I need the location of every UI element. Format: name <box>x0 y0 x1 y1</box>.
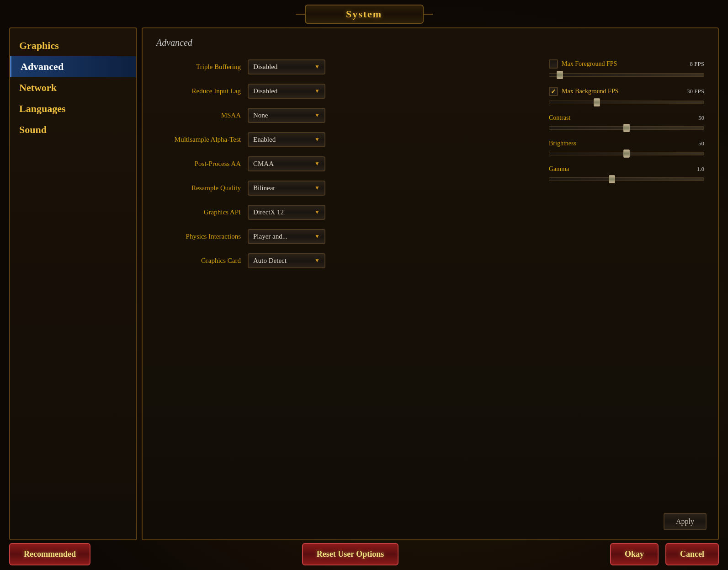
triple-buffering-row: Triple Buffering Disabled ▼ <box>156 59 531 75</box>
physics-interactions-arrow: ▼ <box>314 233 320 240</box>
multisample-alpha-test-label: Multisample Alpha-Test <box>156 136 241 144</box>
graphics-api-arrow: ▼ <box>314 209 320 216</box>
msaa-label: MSAA <box>156 112 241 119</box>
sidebar-item-sound[interactable]: Sound <box>10 119 136 140</box>
graphics-card-arrow: ▼ <box>314 257 320 264</box>
graphics-api-row: Graphics API DirectX 12 ▼ <box>156 205 531 220</box>
msaa-dropdown[interactable]: None ▼ <box>248 108 325 123</box>
brightness-slider[interactable] <box>549 152 704 155</box>
main-container: Graphics Advanced Network Languages Soun… <box>9 27 719 540</box>
reduce-input-lag-label: Reduce Input Lag <box>156 87 241 95</box>
sidebar-item-network[interactable]: Network <box>10 77 136 98</box>
sidebar-label-languages: Languages <box>19 103 65 114</box>
max-background-fps-checkbox[interactable]: ✓ <box>549 87 558 96</box>
sidebar-label-sound: Sound <box>19 124 47 135</box>
recommended-button[interactable]: Recommended <box>9 543 90 565</box>
window-title: System <box>346 8 382 20</box>
triple-buffering-dropdown[interactable]: Disabled ▼ <box>248 59 325 75</box>
max-foreground-fps-checkbox[interactable] <box>549 59 558 69</box>
graphics-api-dropdown[interactable]: DirectX 12 ▼ <box>248 205 325 220</box>
brightness-value: 50 <box>698 140 704 147</box>
gamma-header: Gamma 1.0 <box>549 165 704 173</box>
physics-interactions-value: Player and... <box>253 233 287 240</box>
max-background-fps-row: ✓ Max Background FPS 30 FPS <box>549 87 704 106</box>
brightness-row: Brightness 50 <box>549 140 704 157</box>
multisample-alpha-test-value: Enabled <box>253 136 276 144</box>
graphics-card-label: Graphics Card <box>156 257 241 265</box>
triple-buffering-arrow: ▼ <box>314 64 320 70</box>
sidebar: Graphics Advanced Network Languages Soun… <box>9 27 137 540</box>
max-background-fps-slider[interactable] <box>549 101 704 104</box>
triple-buffering-label: Triple Buffering <box>156 63 241 71</box>
content-panel: Advanced Triple Buffering Disabled ▼ Red… <box>142 27 719 540</box>
max-foreground-fps-value: 8 FPS <box>690 60 704 68</box>
gamma-value: 1.0 <box>697 165 704 173</box>
triple-buffering-value: Disabled <box>253 63 277 71</box>
resample-quality-value: Bilinear <box>253 184 275 192</box>
max-background-fps-label: Max Background FPS <box>562 88 618 95</box>
max-foreground-fps-header: Max Foreground FPS 8 FPS <box>549 59 704 69</box>
max-foreground-fps-row: Max Foreground FPS 8 FPS <box>549 59 704 79</box>
graphics-api-label: Graphics API <box>156 208 241 216</box>
post-process-aa-row: Post-Process AA CMAA ▼ <box>156 156 531 171</box>
max-background-fps-value: 30 FPS <box>687 88 704 95</box>
graphics-card-row: Graphics Card Auto Detect ▼ <box>156 253 531 268</box>
checkmark-icon: ✓ <box>551 88 556 96</box>
msaa-value: None <box>253 112 268 119</box>
contrast-slider[interactable] <box>549 126 704 130</box>
title-bar: System <box>305 5 424 24</box>
post-process-aa-dropdown[interactable]: CMAA ▼ <box>248 156 325 171</box>
msaa-row: MSAA None ▼ <box>156 108 531 123</box>
resample-quality-label: Resample Quality <box>156 184 241 192</box>
max-background-fps-header: ✓ Max Background FPS 30 FPS <box>549 87 704 96</box>
graphics-card-dropdown[interactable]: Auto Detect ▼ <box>248 253 325 268</box>
brightness-header: Brightness 50 <box>549 140 704 147</box>
bottom-right-buttons: Okay Cancel <box>610 543 719 565</box>
settings-left: Triple Buffering Disabled ▼ Reduce Input… <box>156 59 531 277</box>
max-foreground-fps-label: Max Foreground FPS <box>562 60 617 68</box>
multisample-alpha-test-dropdown[interactable]: Enabled ▼ <box>248 132 325 147</box>
post-process-aa-arrow: ▼ <box>314 160 320 167</box>
sidebar-label-network: Network <box>19 82 57 93</box>
sidebar-label-advanced: Advanced <box>21 61 64 72</box>
multisample-alpha-test-arrow: ▼ <box>314 136 320 143</box>
physics-interactions-row: Physics Interactions Player and... ▼ <box>156 229 531 244</box>
resample-quality-dropdown[interactable]: Bilinear ▼ <box>248 181 325 196</box>
okay-button[interactable]: Okay <box>610 543 659 565</box>
physics-interactions-label: Physics Interactions <box>156 233 241 240</box>
resample-quality-arrow: ▼ <box>314 185 320 192</box>
graphics-api-value: DirectX 12 <box>253 208 284 216</box>
contrast-row: Contrast 50 <box>549 114 704 132</box>
reset-user-options-button[interactable]: Reset User Options <box>302 543 399 565</box>
sidebar-label-graphics: Graphics <box>19 40 59 51</box>
brightness-label: Brightness <box>549 140 576 147</box>
gamma-label: Gamma <box>549 165 569 173</box>
settings-right: Max Foreground FPS 8 FPS ✓ Max Backgroun… <box>549 59 704 277</box>
contrast-value: 50 <box>698 114 704 122</box>
multisample-alpha-test-row: Multisample Alpha-Test Enabled ▼ <box>156 132 531 147</box>
bottom-bar: Recommended Reset User Options Okay Canc… <box>9 543 719 565</box>
msaa-arrow: ▼ <box>314 112 320 119</box>
gamma-slider[interactable] <box>549 177 704 181</box>
resample-quality-row: Resample Quality Bilinear ▼ <box>156 181 531 196</box>
panel-title: Advanced <box>156 37 704 48</box>
contrast-header: Contrast 50 <box>549 114 704 122</box>
sidebar-item-advanced[interactable]: Advanced <box>10 56 136 77</box>
reduce-input-lag-value: Disabled <box>253 87 277 95</box>
sidebar-item-languages[interactable]: Languages <box>10 98 136 119</box>
settings-area: Triple Buffering Disabled ▼ Reduce Input… <box>156 59 704 277</box>
contrast-label: Contrast <box>549 114 570 122</box>
post-process-aa-value: CMAA <box>253 160 274 168</box>
post-process-aa-label: Post-Process AA <box>156 160 241 168</box>
reduce-input-lag-arrow: ▼ <box>314 88 320 95</box>
physics-interactions-dropdown[interactable]: Player and... ▼ <box>248 229 325 244</box>
reduce-input-lag-row: Reduce Input Lag Disabled ▼ <box>156 84 531 99</box>
max-foreground-fps-slider[interactable] <box>549 73 704 77</box>
cancel-button[interactable]: Cancel <box>665 543 719 565</box>
sidebar-item-graphics[interactable]: Graphics <box>10 35 136 56</box>
gamma-row: Gamma 1.0 <box>549 165 704 183</box>
title-bar-inner: System <box>305 5 424 24</box>
apply-button[interactable]: Apply <box>664 513 707 530</box>
reduce-input-lag-dropdown[interactable]: Disabled ▼ <box>248 84 325 99</box>
graphics-card-value: Auto Detect <box>253 257 287 265</box>
